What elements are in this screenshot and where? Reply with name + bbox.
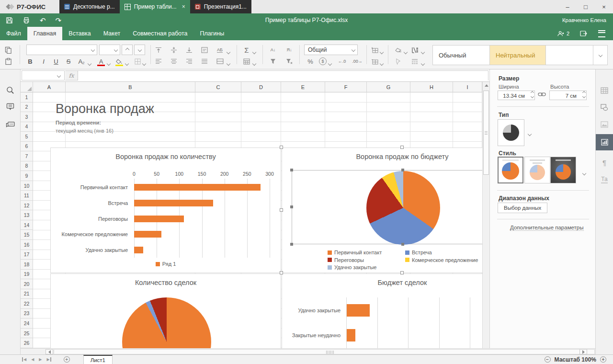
row-header-9[interactable]: 9 bbox=[21, 171, 33, 181]
row-header-25[interactable]: 25 bbox=[21, 329, 33, 339]
column-header-A[interactable]: A bbox=[33, 82, 66, 92]
copy-button[interactable] bbox=[5, 45, 12, 55]
height-spinner[interactable] bbox=[583, 91, 585, 98]
sheet-tab[interactable]: Лист1 bbox=[83, 355, 113, 364]
row-header-10[interactable]: 10 bbox=[21, 181, 33, 191]
row-header-13[interactable]: 13 bbox=[21, 210, 33, 220]
column-header-C[interactable]: C bbox=[195, 82, 241, 92]
borders-button[interactable] bbox=[132, 56, 143, 67]
menu-item-Макет[interactable]: Макет bbox=[97, 27, 126, 40]
row-header-24[interactable]: 24 bbox=[21, 318, 33, 329]
chart-styles-expand[interactable] bbox=[583, 168, 586, 177]
select-data-button[interactable]: Выбор данных bbox=[498, 203, 547, 213]
scroll-grip[interactable] bbox=[326, 351, 334, 354]
menu-item-Главная[interactable]: Главная bbox=[27, 27, 63, 40]
width-spinner[interactable] bbox=[531, 91, 534, 98]
row-header-6[interactable]: 6 bbox=[21, 142, 33, 152]
image-settings-icon[interactable] bbox=[596, 117, 613, 132]
bold-button[interactable]: B bbox=[25, 56, 35, 67]
merge-across-button[interactable]: АБ bbox=[214, 45, 226, 55]
width-input[interactable] bbox=[498, 92, 526, 99]
underline-button[interactable]: U bbox=[51, 56, 61, 67]
text-art-settings-icon[interactable]: Та bbox=[596, 172, 613, 187]
hamburger-menu-button[interactable] bbox=[598, 30, 605, 37]
row-header-2[interactable]: 2 bbox=[21, 102, 33, 113]
cell-style-neutral[interactable]: Нейтральный bbox=[489, 45, 546, 65]
minimize-button[interactable]: – bbox=[558, 0, 577, 13]
row-header-16[interactable]: 16 bbox=[21, 240, 33, 250]
lock-aspect-ratio-icon[interactable] bbox=[538, 91, 546, 97]
row-header-20[interactable]: 20 bbox=[21, 279, 33, 289]
row-header-8[interactable]: 8 bbox=[21, 161, 33, 171]
row-header-21[interactable]: 21 bbox=[21, 289, 33, 299]
copy-style-button[interactable] bbox=[393, 56, 403, 67]
insert-cells-button[interactable] bbox=[370, 45, 380, 55]
plot-area-handle[interactable] bbox=[401, 169, 404, 171]
document-tab-spreadsheet[interactable]: Пример табли...× bbox=[120, 0, 190, 13]
row-header-17[interactable]: 17 bbox=[21, 250, 33, 260]
add-sheet-button[interactable]: + bbox=[64, 356, 70, 363]
currency-style-button[interactable]: $ bbox=[318, 56, 328, 67]
undo-button[interactable]: ↶ bbox=[40, 17, 46, 24]
align-right-icon[interactable] bbox=[186, 56, 193, 67]
named-ranges-button[interactable] bbox=[241, 56, 252, 67]
chevron-down-icon[interactable] bbox=[125, 58, 128, 69]
shape-settings-icon[interactable] bbox=[596, 100, 613, 115]
chevron-down-icon[interactable] bbox=[329, 58, 331, 69]
row-header-18[interactable]: 18 bbox=[21, 260, 33, 270]
first-sheet-button[interactable]: ◀ bbox=[22, 357, 26, 362]
scroll-right-button[interactable] bbox=[579, 349, 587, 354]
decrease-decimal-button[interactable]: ←.0 bbox=[335, 56, 349, 67]
chart-style-2[interactable] bbox=[524, 157, 550, 183]
chevron-down-icon[interactable] bbox=[421, 47, 424, 57]
increase-decimal-button[interactable]: .00→ bbox=[351, 56, 364, 67]
row-header-11[interactable]: 11 bbox=[21, 191, 33, 201]
italic-button[interactable]: I bbox=[38, 56, 49, 67]
maximize-button[interactable]: □ bbox=[577, 0, 595, 13]
strikethrough-button[interactable]: S bbox=[63, 56, 74, 67]
clear-filter-button[interactable] bbox=[284, 56, 295, 67]
number-format-combo[interactable]: Общий bbox=[304, 45, 358, 55]
share-button[interactable] bbox=[580, 30, 588, 37]
document-tab-documents[interactable]: Десктопные р... bbox=[59, 0, 120, 13]
chart-type-expand[interactable] bbox=[528, 129, 531, 137]
chevron-down-icon[interactable] bbox=[380, 58, 383, 69]
cell-name-box[interactable] bbox=[22, 70, 65, 80]
name-box-input[interactable] bbox=[22, 73, 57, 79]
column-header-F[interactable]: F bbox=[325, 82, 367, 92]
next-sheet-button[interactable]: ▶ bbox=[39, 357, 42, 362]
fill-color-button[interactable] bbox=[114, 56, 125, 67]
row-header-14[interactable]: 14 bbox=[21, 220, 33, 230]
increment-font-size-button[interactable] bbox=[122, 45, 133, 55]
column-header-D[interactable]: D bbox=[241, 82, 281, 92]
search-icon[interactable] bbox=[0, 82, 20, 98]
height-input[interactable] bbox=[550, 92, 578, 99]
chevron-down-icon[interactable] bbox=[227, 47, 230, 57]
width-field[interactable] bbox=[498, 91, 535, 100]
chart-style-3[interactable] bbox=[550, 157, 576, 183]
print-button[interactable] bbox=[23, 17, 30, 24]
menu-item-Файл[interactable]: Файл bbox=[0, 27, 27, 40]
font-size-combo[interactable] bbox=[99, 45, 120, 55]
percent-style-button[interactable]: % bbox=[306, 56, 315, 67]
collaboration-users-button[interactable]: 2 bbox=[557, 31, 569, 37]
align-left-icon[interactable] bbox=[155, 56, 162, 67]
plot-area-handle[interactable] bbox=[290, 169, 293, 171]
menu-item-Совместная работа[interactable]: Совместная работа bbox=[126, 27, 193, 40]
chevron-down-icon[interactable] bbox=[107, 58, 110, 69]
save-button[interactable] bbox=[6, 17, 13, 24]
autosum-button[interactable]: Σ bbox=[241, 45, 252, 55]
row-header-7[interactable]: 7 bbox=[21, 151, 33, 161]
align-center-icon[interactable] bbox=[170, 56, 177, 67]
scroll-up-button[interactable] bbox=[483, 82, 489, 89]
advanced-settings-link[interactable]: Дополнительные параметры bbox=[510, 225, 584, 231]
insert-function-button[interactable]: fx bbox=[65, 70, 78, 80]
clear-button[interactable] bbox=[393, 45, 403, 55]
close-button[interactable]: × bbox=[595, 0, 613, 13]
vertical-scroll-thumb[interactable] bbox=[483, 91, 489, 175]
column-header-I[interactable]: I bbox=[453, 82, 482, 92]
select-all-corner[interactable] bbox=[21, 82, 33, 92]
row-header-26[interactable]: 26 bbox=[21, 338, 33, 348]
chart-selection-handle[interactable] bbox=[280, 271, 283, 274]
row-header-5[interactable]: 5 bbox=[21, 132, 33, 142]
